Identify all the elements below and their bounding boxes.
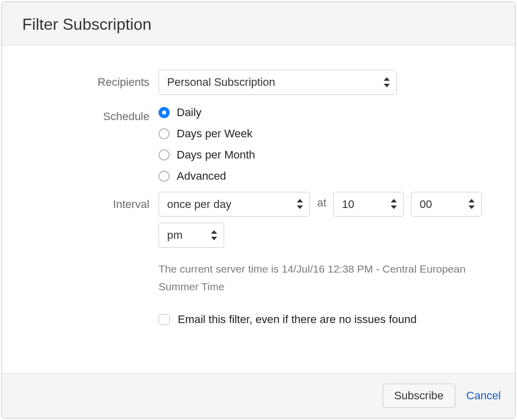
select-caret-icon <box>296 198 303 209</box>
interval-line-2: pm <box>159 223 495 248</box>
interval-label: Interval <box>22 192 159 211</box>
row-recipients: Recipients Personal Subscription <box>22 70 495 95</box>
radio-label: Advanced <box>177 170 226 183</box>
recipients-value: Personal Subscription <box>167 76 275 88</box>
interval-frequency-select[interactable]: once per day <box>159 192 310 217</box>
radio-label: Days per Week <box>177 127 252 140</box>
dialog-body: Recipients Personal Subscription Schedul… <box>2 45 515 373</box>
row-schedule: Schedule Daily Days per Week Days per Mo… <box>22 104 495 183</box>
select-caret-icon <box>211 230 218 241</box>
interval-field: once per day at 10 00 pm <box>159 192 495 326</box>
dialog-header: Filter Subscription <box>2 2 515 45</box>
schedule-radio-list: Daily Days per Week Days per Month Advan… <box>159 104 495 183</box>
interval-at-label: at <box>317 196 326 209</box>
row-interval: Interval once per day at 10 00 <box>22 192 495 326</box>
schedule-option-days-per-week[interactable]: Days per Week <box>159 127 495 140</box>
interval-hour-value: 10 <box>342 198 354 211</box>
recipients-select[interactable]: Personal Subscription <box>159 70 397 95</box>
radio-icon <box>159 171 170 182</box>
recipients-label: Recipients <box>22 70 159 89</box>
email-always-checkbox[interactable] <box>159 314 170 325</box>
radio-icon <box>159 149 170 161</box>
interval-ampm-value: pm <box>167 229 183 241</box>
radio-icon <box>159 107 170 118</box>
email-always-label: Email this filter, even if there are no … <box>178 313 417 326</box>
interval-line-1: once per day at 10 00 <box>159 192 495 217</box>
select-caret-icon <box>383 77 390 88</box>
radio-label: Days per Month <box>177 148 255 162</box>
subscribe-button[interactable]: Subscribe <box>383 384 455 408</box>
schedule-field: Daily Days per Week Days per Month Advan… <box>159 104 495 183</box>
interval-frequency-value: once per day <box>167 198 231 211</box>
radio-icon <box>159 128 170 139</box>
server-time-hint: The current server time is 14/Jul/16 12:… <box>159 260 492 296</box>
cancel-link[interactable]: Cancel <box>467 389 501 402</box>
recipients-field: Personal Subscription <box>159 70 495 95</box>
radio-label: Daily <box>177 106 201 119</box>
filter-subscription-dialog: Filter Subscription Recipients Personal … <box>2 2 515 418</box>
interval-minute-value: 00 <box>420 198 432 211</box>
email-always-row[interactable]: Email this filter, even if there are no … <box>159 313 495 326</box>
schedule-option-daily[interactable]: Daily <box>159 106 495 119</box>
dialog-title: Filter Subscription <box>22 15 495 34</box>
select-caret-icon <box>390 198 397 209</box>
schedule-option-advanced[interactable]: Advanced <box>159 170 495 183</box>
interval-hour-select[interactable]: 10 <box>333 192 404 217</box>
dialog-footer: Subscribe Cancel <box>2 373 515 418</box>
select-caret-icon <box>468 198 475 209</box>
schedule-label: Schedule <box>22 104 159 123</box>
schedule-option-days-per-month[interactable]: Days per Month <box>159 148 495 162</box>
interval-minute-select[interactable]: 00 <box>411 192 482 217</box>
interval-ampm-select[interactable]: pm <box>159 223 224 248</box>
